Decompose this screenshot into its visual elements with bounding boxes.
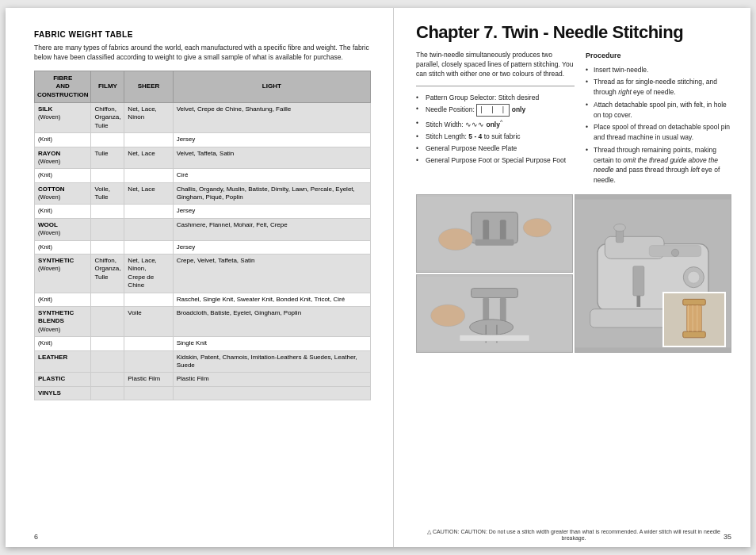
list-item: Insert twin-needle. <box>586 65 731 75</box>
svg-point-17 <box>688 271 700 283</box>
intro-text: There are many types of fabrics around t… <box>34 44 371 63</box>
table-row: (Knit) Raschel, Single Knit, Sweater Kni… <box>35 293 371 306</box>
needle-detail-svg <box>417 196 572 271</box>
table-row: SILK(Woven) Chiffon,Organza,Tulle Net, L… <box>35 102 371 132</box>
foot-detail-svg <box>417 276 572 351</box>
list-item: Attach detachable spool pin, with felt, … <box>586 100 731 121</box>
illustration-top-left <box>416 194 573 273</box>
table-row: WOOL(Woven) Cashmere, Flannel, Mohair, F… <box>35 218 371 240</box>
table-row: PLASTIC Plastic Film Plastic Film <box>35 373 371 386</box>
svg-rect-27 <box>472 288 518 297</box>
svg-point-30 <box>470 320 514 335</box>
svg-rect-4 <box>475 239 514 246</box>
table-row: LEATHER Kidskin, Patent, Chamois, Imitat… <box>35 350 371 373</box>
svg-point-5 <box>438 228 472 250</box>
svg-rect-22 <box>683 331 706 338</box>
section-title: FABRIC WEIGHT TABLE <box>34 30 371 39</box>
chapter-intro: The twin-needle simultaneously produces … <box>416 51 575 79</box>
illustration-bottom-left <box>416 274 573 353</box>
svg-rect-34 <box>460 335 529 341</box>
table-row: COTTON(Woven) Voile,Tulle Net, Lace Chal… <box>35 182 371 205</box>
table-row: SYNTHETIC(Woven) Chiffon,Organza,Tulle N… <box>35 255 371 293</box>
table-row: (Knit) Ciré <box>35 169 371 182</box>
table-row: RAYON(Woven) Tulle Net, Lace Velvet, Taf… <box>35 147 371 169</box>
illustration-sewing-machine <box>575 194 731 353</box>
col-header-light: LIGHT <box>173 71 370 102</box>
page-number-left: 6 <box>34 533 38 541</box>
left-page: FABRIC WEIGHT TABLE There are many types… <box>6 8 394 547</box>
list-item: Place spool of thread on detachable spoo… <box>586 122 731 143</box>
settings-list: Pattern Group Selector: Stitch desired N… <box>416 93 575 166</box>
illustration-spool-inset <box>662 292 726 347</box>
svg-point-11 <box>614 224 626 231</box>
svg-point-18 <box>671 249 678 256</box>
right-page: Chapter 7. Twin - Needle Stitching The t… <box>394 8 750 547</box>
procedure-list: Insert twin-needle. Thread as for single… <box>586 65 731 186</box>
list-item: Pattern Group Selector: Stitch desired <box>416 93 575 103</box>
svg-point-31 <box>431 304 465 326</box>
list-item: Thread through remaining points, making … <box>586 145 731 186</box>
col-header-fibre: FIBREANDCONSTRUCTION <box>35 71 91 102</box>
fabric-table: FIBREANDCONSTRUCTION FILMY SHEER LIGHT S… <box>34 71 371 400</box>
caution-label: △ CAUTION: CAUTION: Do not use a stitch … <box>427 529 720 541</box>
table-row: (Knit) Jersey <box>35 240 371 254</box>
list-item: Stitch Length: 5 - 4 to suit fabric <box>416 132 575 142</box>
svg-rect-1 <box>472 212 518 243</box>
caution-text: △ CAUTION: CAUTION: Do not use a stitch … <box>416 529 731 541</box>
svg-rect-13 <box>633 266 644 295</box>
chapter-title: Chapter 7. Twin - Needle Stitching <box>416 22 731 43</box>
svg-rect-21 <box>687 305 702 331</box>
svg-point-6 <box>523 218 551 237</box>
list-item: General Purpose Needle Plate <box>416 144 575 154</box>
list-item: Thread as for single-needle stitching, a… <box>586 77 731 98</box>
col-header-sheer: SHEER <box>124 71 173 102</box>
illustrations-grid <box>416 194 731 353</box>
procedure-title: Procedure <box>586 51 731 62</box>
svg-rect-14 <box>636 296 640 307</box>
list-item: Needle Position: | | | only <box>416 104 575 117</box>
table-row: VINYLS <box>35 386 371 400</box>
col-header-filmy: FILMY <box>91 71 124 102</box>
table-row: (Knit) Jersey <box>35 205 371 218</box>
table-row: SYNTHETICBLENDS(Woven) Voile Broadcloth,… <box>35 306 371 336</box>
table-row: (Knit) Single Knit <box>35 337 371 350</box>
spool-svg <box>664 292 724 347</box>
list-item: Stitch Width: ∿∿∿ only^ <box>416 118 575 130</box>
page-number-right: 35 <box>724 533 731 541</box>
svg-rect-20 <box>683 299 706 305</box>
table-row: (Knit) Jersey <box>35 133 371 147</box>
list-item: General Purpose Foot or Special Purpose … <box>416 155 575 166</box>
